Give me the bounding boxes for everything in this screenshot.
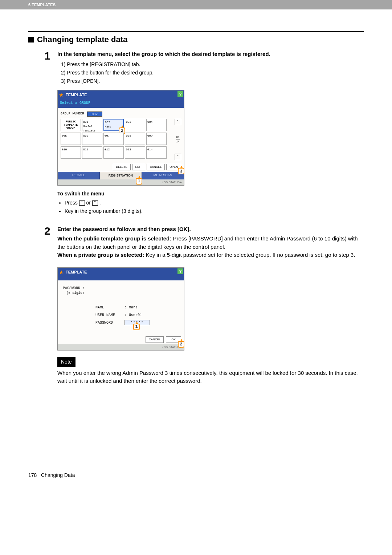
group-cell[interactable]: 001Useful Template	[82, 119, 102, 131]
step-body: In the template menu, select the group t…	[57, 50, 364, 216]
scroll-column: ˄ 01 14 ˅	[175, 119, 181, 160]
cancel-button[interactable]: CANCEL	[147, 164, 165, 170]
note-label: Note	[57, 357, 75, 367]
divider-bottom	[28, 469, 364, 469]
tab-recall[interactable]: RECALL	[58, 172, 100, 179]
group-cell[interactable]: 010	[61, 146, 81, 159]
callout-1: 1	[133, 324, 140, 330]
note-text: When you enter the wrong Admin Password …	[57, 369, 364, 385]
step-number: 2	[44, 225, 57, 385]
group-cell[interactable]: 013	[125, 146, 145, 159]
help-icon[interactable]: ?	[177, 91, 183, 97]
page-indicator: 01 14	[176, 136, 180, 143]
chapter-label: 6 TEMPLATES	[28, 3, 56, 7]
page-number: 178	[28, 472, 37, 478]
window-titlebar: ★ TEMPLATE ?	[58, 90, 184, 100]
group-cell[interactable]: 011	[82, 146, 102, 159]
chevron-down-icon: ˅	[177, 154, 179, 160]
page-footer: 178 Changing Data	[28, 472, 364, 493]
action-button-row: CANCEL OK 2	[58, 335, 184, 344]
group-cell[interactable]: 006	[82, 133, 102, 145]
list-item: Press ˄ or ˅ .	[65, 199, 364, 207]
chapter-header: 6 TEMPLATES	[0, 0, 392, 9]
star-icon: ★	[59, 269, 64, 276]
step1-title: In the template menu, select the group t…	[57, 50, 364, 58]
step-body: Enter the password as follows and then p…	[57, 225, 364, 385]
job-status-bar[interactable]: JOB STATUS ▸	[58, 179, 184, 185]
open-button[interactable]: OPEN 3	[166, 164, 181, 170]
group-cell[interactable]: 004	[146, 119, 167, 131]
window-sub-spacer	[58, 277, 184, 280]
callout-1: 1	[136, 178, 142, 185]
chevron-up-icon: ˄	[177, 119, 179, 125]
group-cell[interactable]: 014	[146, 146, 167, 159]
step-1: 1 In the template menu, select the group…	[44, 50, 364, 216]
window-titlebar: ★ TEMPLATE ?	[58, 268, 184, 277]
page: 6 TEMPLATES Changing template data 1 In …	[0, 0, 392, 493]
group-cell[interactable]: 007	[103, 133, 124, 145]
job-status-bar[interactable]: JOB STATUS ▸	[58, 344, 184, 350]
group-cell[interactable]: 009	[146, 133, 167, 145]
substep: 1) Press the [REGISTRATION] tab.	[61, 61, 364, 68]
window-title: TEMPLATE	[66, 92, 87, 98]
group-number-label: GROUP NUMBER	[61, 112, 84, 117]
scroll-down-button[interactable]: ˅	[175, 154, 181, 160]
grid-row: PUBLIC TEMPLATE GROUP 001Useful Template…	[61, 119, 173, 131]
group-number-input[interactable]: 002	[87, 112, 102, 117]
square-bullet-icon	[28, 37, 34, 42]
grid-row: 005 006 007 008 009	[61, 133, 173, 145]
switch-menu-list: Press ˄ or ˅ . Key in the group number (…	[62, 199, 364, 215]
star-icon: ★	[59, 92, 64, 99]
tab-registration[interactable]: REGISTRATION 1	[100, 172, 142, 179]
callout-3: 3	[178, 168, 184, 174]
footer-title: Changing Data	[41, 472, 75, 478]
section-title-text: Changing template data	[37, 35, 127, 44]
down-key-icon: ˅	[92, 200, 98, 206]
group-cell[interactable]: 012	[103, 146, 124, 159]
grid-row: 010 011 012 013 014	[61, 146, 173, 159]
content-area: Changing template data 1 In the template…	[0, 31, 392, 493]
ok-button[interactable]: OK 2	[166, 336, 181, 343]
substep: 2) Press the button for the desired grou…	[61, 69, 364, 77]
list-item: Key in the group number (3 digits).	[65, 207, 364, 215]
step1-substeps: 1) Press the [REGISTRATION] tab. 2) Pres…	[61, 61, 364, 85]
edit-button[interactable]: EDIT	[132, 164, 145, 170]
password-heading: PASSWORD : (5-digit)	[63, 285, 179, 296]
group-cell[interactable]: 005	[61, 133, 81, 145]
divider-top	[28, 31, 364, 32]
substep: 3) Press [OPEN].	[61, 77, 364, 85]
info-row-name: NAME : Mars	[95, 305, 179, 310]
up-key-icon: ˄	[79, 200, 85, 206]
info-row-password: PASSWORD ***** 1	[95, 320, 179, 325]
scroll-up-button[interactable]: ˄	[175, 119, 181, 125]
action-button-row: DELETE EDIT CANCEL OPEN 3	[58, 162, 184, 172]
info-row-user: USER NAME : User01	[95, 312, 179, 318]
step-2: 2 Enter the password as follows and then…	[44, 225, 364, 385]
callout-2: 2	[178, 341, 184, 348]
switch-menu-title: To switch the menu	[57, 190, 364, 198]
screenshot-password: ★ TEMPLATE ? PASSWORD : (5-digit) NAME :…	[57, 267, 184, 351]
group-cell[interactable]: 003	[125, 119, 145, 131]
step2-private: When a private group is selected: Key in…	[57, 251, 364, 259]
delete-button[interactable]: DELETE	[113, 164, 131, 170]
step2-title: Enter the password as follows and then p…	[57, 225, 364, 234]
help-icon[interactable]: ?	[177, 268, 183, 274]
tab-bar: RECALL REGISTRATION 1 META SCAN	[58, 172, 184, 179]
public-template-cell[interactable]: PUBLIC TEMPLATE GROUP	[61, 119, 81, 131]
group-cell[interactable]: 008	[125, 133, 145, 145]
group-number-row: GROUP NUMBER 002	[61, 112, 181, 117]
cancel-button[interactable]: CANCEL	[146, 336, 164, 343]
screenshot-template-group: ★ TEMPLATE ? Select a GROUP GROUP NUMBER…	[57, 90, 184, 186]
step2-public: When the public template group is select…	[57, 235, 364, 251]
group-grid-body: GROUP NUMBER 002 PUBLIC TEMPLATE GROUP 0…	[58, 108, 184, 162]
password-body: PASSWORD : (5-digit) NAME : Mars USER NA…	[58, 280, 184, 335]
group-cell-selected[interactable]: 002Mars 2	[103, 119, 124, 131]
window-title: TEMPLATE	[66, 269, 87, 275]
window-subtitle: Select a GROUP	[58, 100, 184, 108]
step-number: 1	[44, 50, 57, 216]
section-title: Changing template data	[28, 35, 364, 44]
